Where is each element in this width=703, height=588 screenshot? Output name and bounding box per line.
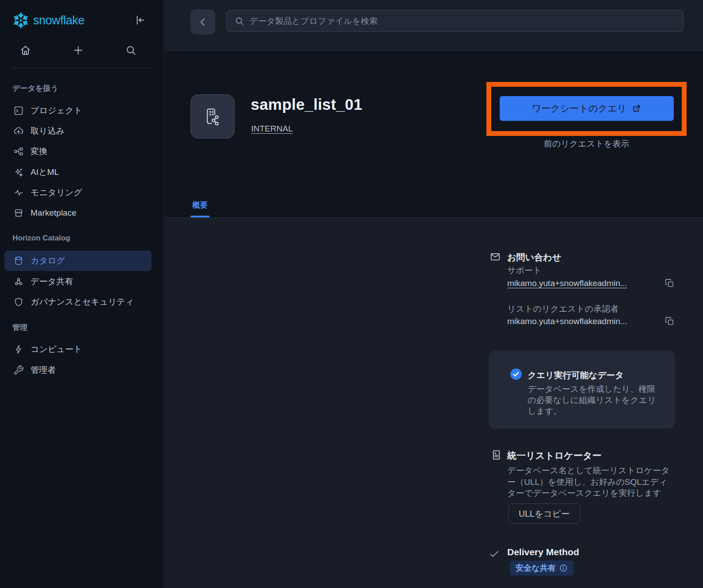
lightning-icon <box>13 344 24 355</box>
check-icon <box>489 548 500 560</box>
delivery-method-title: Delivery Method <box>507 547 579 557</box>
tab-overview[interactable]: 概要 <box>190 200 210 217</box>
sidebar-item-label: コンピュート <box>31 344 82 355</box>
sidebar-item-catalog[interactable]: カタログ <box>4 251 151 271</box>
copy-icon[interactable] <box>664 316 675 326</box>
sidebar-item-transform[interactable]: 変換 <box>4 141 151 162</box>
query-in-worksheet-button[interactable]: ワークシートのクエリ <box>500 96 674 121</box>
sidebar-item-governance-security[interactable]: ガバナンスとセキュリティ <box>4 292 151 312</box>
external-link-icon <box>632 104 641 113</box>
sidebar-item-label: プロジェクト <box>31 105 82 116</box>
database-icon <box>13 255 24 266</box>
transform-icon <box>13 146 24 157</box>
overview-content: お問い合わせ サポート mikamo.yuta+snowflakeadmin..… <box>164 217 703 588</box>
sparkles-icon <box>13 167 24 178</box>
create-new-icon[interactable] <box>72 44 84 56</box>
sidebar: snowflake <box>0 0 164 588</box>
sidebar-search-icon[interactable] <box>125 44 137 56</box>
approver-email-row: mikamo.yuta+snowflakeadmin... <box>507 316 675 326</box>
sidebar-item-label: 変換 <box>31 146 47 157</box>
snowflake-logo-icon <box>12 12 29 29</box>
ull-title: 統一リストロケーター <box>507 449 602 462</box>
sidebar-item-label: AIとML <box>31 166 59 178</box>
queryable-data-title: クエリ実行可能なデータ <box>528 369 624 381</box>
queryable-data-card: クエリ実行可能なデータ データベースを作成したり、権限の必要なしに組織リストをク… <box>489 351 675 429</box>
logo[interactable]: snowflake <box>12 12 151 29</box>
tab-bar: 概要 <box>190 200 210 217</box>
storefront-icon <box>13 208 24 218</box>
secure-share-label: 安全な共有 <box>516 563 555 573</box>
sidebar-item-label: 管理者 <box>31 364 56 376</box>
sidebar-item-label: ガバナンスとセキュリティ <box>31 296 134 308</box>
search-icon <box>234 16 245 26</box>
sidebar-section-work-with-data: データを扱う <box>12 83 58 93</box>
sidebar-item-label: データ共有 <box>31 276 73 287</box>
previous-requests-link[interactable]: 前のリクエストを表示 <box>486 138 687 150</box>
sidebar-quick-actions <box>0 44 164 58</box>
support-email-link[interactable]: mikamo.yuta+snowflakeadmin... <box>507 279 627 288</box>
details-column: お問い合わせ サポート mikamo.yuta+snowflakeadmin..… <box>489 218 676 588</box>
envelope-icon <box>489 251 501 263</box>
query-in-worksheet-label: ワークシートのクエリ <box>532 102 627 115</box>
search-input[interactable] <box>249 16 683 26</box>
sidebar-item-label: Marketplace <box>31 208 77 218</box>
chevron-left-icon <box>197 16 209 28</box>
sidebar-item-admin[interactable]: 管理者 <box>4 360 151 380</box>
sidebar-item-data-sharing[interactable]: データ共有 <box>4 271 151 292</box>
wrench-icon <box>13 365 24 375</box>
sidebar-item-label: カタログ <box>31 255 65 267</box>
listing-icon-tile <box>190 94 235 139</box>
projects-icon <box>13 105 24 116</box>
cloud-upload-icon <box>13 126 24 136</box>
snowflake-catalog-page: snowflake <box>0 0 703 588</box>
sidebar-item-label: 取り込み <box>31 125 65 137</box>
sidebar-item-ai-ml[interactable]: AIとML <box>4 162 151 182</box>
sidebar-item-marketplace[interactable]: Marketplace <box>4 203 151 223</box>
ull-description: データベース名として統一リストロケーター（ULL）を使用し、お好みのSQLエディ… <box>507 465 674 499</box>
support-label: サポート <box>507 265 541 276</box>
sidebar-item-compute[interactable]: コンピュート <box>4 339 151 360</box>
info-icon <box>559 564 568 573</box>
secure-share-badge[interactable]: 安全な共有 <box>510 561 574 576</box>
logo-wordmark: snowflake <box>33 14 85 27</box>
home-icon[interactable] <box>19 44 31 56</box>
queryable-data-description: データベースを作成したり、権限の必要なしに組織リストをクエリします。 <box>528 383 656 417</box>
sidebar-item-label: モニタリング <box>31 187 82 198</box>
pulse-icon <box>13 187 24 198</box>
sidebar-item-ingest[interactable]: 取り込み <box>4 121 151 141</box>
sidebar-collapse-icon[interactable] <box>134 14 146 26</box>
provider-link[interactable]: INTERNAL <box>251 124 293 134</box>
listing-locator-icon <box>490 449 502 461</box>
support-email-row: mikamo.yuta+snowflakeadmin... <box>507 278 675 288</box>
organization-listing-icon <box>202 105 224 128</box>
approver-email: mikamo.yuta+snowflakeadmin... <box>507 317 627 326</box>
sidebar-item-projects[interactable]: プロジェクト <box>4 101 151 121</box>
sidebar-section-admin: 管理 <box>12 322 27 333</box>
global-search <box>226 10 684 32</box>
topbar <box>164 0 703 51</box>
copy-ull-button[interactable]: ULLをコピー <box>508 503 580 524</box>
sidebar-section-horizon-catalog: Horizon Catalog <box>12 234 70 243</box>
contact-title: お問い合わせ <box>507 251 561 263</box>
data-sharing-icon <box>13 276 24 287</box>
sidebar-item-monitoring[interactable]: モニタリング <box>4 182 151 203</box>
page-header: sample_list_01 INTERNAL ワークシートのクエリ 前のリクエ… <box>164 51 703 217</box>
annotation-highlight-box: ワークシートのクエリ <box>486 82 687 136</box>
copy-icon[interactable] <box>664 278 675 288</box>
check-circle-icon <box>510 368 522 380</box>
page-title: sample_list_01 <box>251 96 362 113</box>
shield-icon <box>13 297 24 307</box>
sidebar-divider <box>12 68 151 68</box>
back-button[interactable] <box>190 9 215 35</box>
approver-label: リストのリクエストの承認者 <box>507 303 618 315</box>
